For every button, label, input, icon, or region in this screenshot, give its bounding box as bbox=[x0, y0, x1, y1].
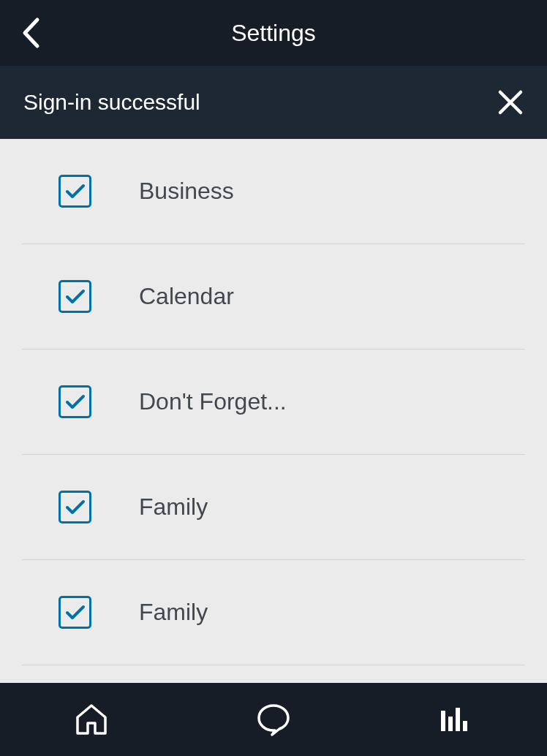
chat-icon bbox=[256, 703, 291, 736]
svg-rect-0 bbox=[441, 711, 445, 731]
checkbox[interactable] bbox=[59, 491, 91, 523]
close-icon bbox=[497, 89, 524, 116]
header: Settings bbox=[0, 0, 547, 66]
check-icon bbox=[65, 183, 86, 200]
page-title: Settings bbox=[0, 20, 547, 47]
equalizer-icon bbox=[440, 705, 472, 734]
svg-rect-3 bbox=[463, 721, 467, 731]
settings-list: Business Calendar Don't Forget... Family bbox=[0, 139, 547, 683]
item-label: Calendar bbox=[139, 283, 234, 310]
nav-equalizer[interactable] bbox=[419, 698, 492, 741]
notification-banner: Sign-in successful bbox=[0, 66, 547, 139]
item-label: Family bbox=[139, 599, 208, 626]
back-button[interactable] bbox=[16, 15, 45, 51]
check-icon bbox=[65, 604, 86, 621]
nav-chat[interactable] bbox=[237, 698, 310, 741]
check-icon bbox=[65, 288, 86, 306]
check-icon bbox=[65, 499, 86, 516]
close-button[interactable] bbox=[494, 86, 527, 118]
svg-rect-1 bbox=[448, 717, 453, 731]
list-item[interactable]: Family bbox=[22, 560, 525, 665]
home-icon bbox=[75, 703, 108, 736]
check-icon bbox=[65, 393, 86, 411]
checkbox[interactable] bbox=[59, 280, 91, 313]
checkbox[interactable] bbox=[59, 175, 91, 208]
item-label: Don't Forget... bbox=[139, 388, 287, 415]
nav-home[interactable] bbox=[55, 698, 128, 741]
checkbox[interactable] bbox=[59, 596, 91, 629]
chevron-left-icon bbox=[21, 17, 40, 49]
bottom-nav bbox=[0, 683, 547, 756]
list-item[interactable]: Family bbox=[22, 455, 525, 560]
list-item[interactable]: Don't Forget... bbox=[22, 349, 525, 455]
checkbox[interactable] bbox=[59, 385, 91, 418]
list-item[interactable]: Calendar bbox=[22, 244, 525, 349]
item-label: Family bbox=[139, 494, 208, 521]
item-label: Business bbox=[139, 178, 234, 205]
list-item[interactable]: Business bbox=[22, 139, 525, 244]
notification-text: Sign-in successful bbox=[23, 90, 200, 115]
svg-rect-2 bbox=[456, 708, 460, 731]
